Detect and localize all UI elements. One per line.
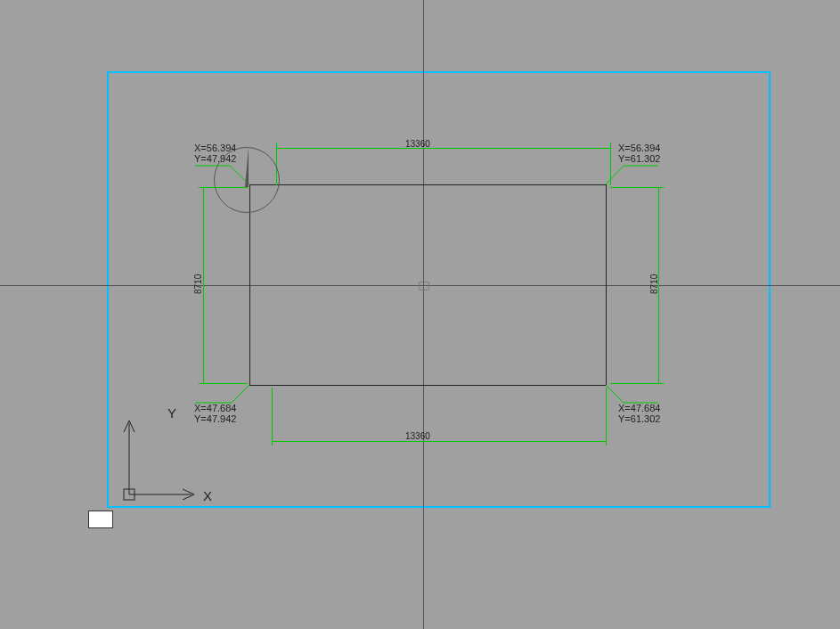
view-indicator-arrow-icon [245,147,249,187]
dim-top-label: 13360 [405,139,430,149]
coord-br: X=47.684 Y=61.302 [618,403,660,424]
coord-tr-y: Y=61.302 [618,153,660,164]
dim-left-label: 8710 [193,274,203,294]
crosshair-center-icon [419,282,429,290]
coord-tr-x: X=56.394 [618,143,660,153]
ucs-y-label: Y [167,405,176,421]
ucs-x-label: X [203,488,212,503]
dim-top-line [276,148,610,149]
dim-right-ext-bottom [610,383,664,384]
paperspace-icon [88,511,113,528]
crosshair-vertical [423,0,424,629]
dim-left-line [203,187,204,383]
rect-top [249,184,606,185]
rect-right [606,184,607,385]
dim-top-ext-right [610,143,611,185]
ucs-icon [116,392,214,503]
rect-bottom [249,385,606,386]
dim-bottom-ext-left [272,388,273,445]
dim-left-ext-bottom [199,383,248,384]
coord-br-y: Y=61.302 [618,413,660,424]
dim-right-ext-top [610,187,664,188]
dim-right-label: 8710 [649,274,659,294]
coord-tr: X=56.394 Y=61.302 [618,143,660,164]
dim-bottom-line [272,441,606,442]
coord-br-x: X=47.684 [618,403,660,413]
dim-bottom-label: 13360 [405,431,430,441]
dim-bottom-ext-right [606,388,607,445]
rect-left [249,184,250,385]
